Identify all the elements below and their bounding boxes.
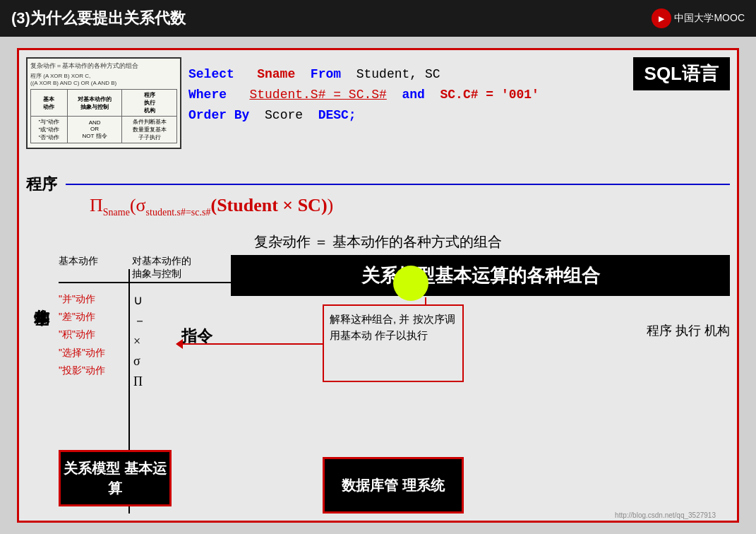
sql-from-keyword: From — [311, 67, 341, 81]
bottom-url: http://blog.csdn.net/qq_3527913 — [615, 511, 716, 519]
diagram-th-3: 程序执行机构 — [122, 90, 177, 117]
mooc-logo-text: 中国大学MOOC — [674, 12, 745, 25]
complex-action: 复杂动作 ＝ 基本动作的各种方式的组合 — [19, 232, 737, 251]
main-box: 复杂动作＝基本动作的各种方式的组合 程序 (A XOR B) XOR C,((A… — [17, 48, 739, 523]
diagram-formula: 程序 (A XOR B) XOR C,((A XOR B) AND C) OR … — [30, 72, 177, 86]
sql-where-keyword: Where — [188, 88, 227, 102]
sql-score: Score — [265, 108, 303, 122]
sql-line1: Select Sname From Student, SC — [188, 64, 539, 85]
sql-code: Select Sname From Student, SC Where Stud… — [188, 64, 539, 125]
basic-actions-section: 基本动作 基本动作 对基本动作的抽象与控制 "并"动作 "差"动作 "积"动作 … — [26, 255, 231, 514]
sql-line2: Where Student.S# = SC.S# and SC.C# = '00… — [188, 85, 539, 105]
sigma-symbol: (σ — [130, 195, 146, 215]
sigma-subscript: student.s#=sc.s# — [146, 207, 211, 218]
mooc-logo: ▶ 中国大学MOOC — [652, 8, 745, 28]
basic-actions-sub: 对基本动作的抽象与控制 — [132, 255, 191, 280]
sql-line3: Order By Score DESC; — [188, 105, 539, 126]
sql-orderby: Order By — [188, 108, 249, 122]
mooc-logo-icon: ▶ — [652, 8, 671, 28]
basic-actions-header: 基本动作 — [59, 255, 98, 268]
sql-label: SQL语言 — [633, 57, 730, 90]
pi-symbol: Π — [90, 195, 103, 215]
bottom-left-box-text: 关系模型 基本运算 — [61, 458, 169, 498]
relation-model-box: 关系模型基本运算的各种组合 — [231, 255, 730, 296]
sql-and-keyword: and — [402, 88, 424, 102]
sql-select-keyword: Select — [188, 67, 234, 81]
diagram-table: 基本动作 对基本动作的抽象与控制 程序执行机构 "与"动作"或"动作"否"动作 … — [30, 89, 177, 143]
diagram-box: 复杂动作＝基本动作的各种方式的组合 程序 (A XOR B) XOR C,((A… — [26, 57, 181, 149]
diagram-td-1: "与"动作"或"动作"否"动作 — [31, 117, 68, 143]
slide-container: (3)为什么要提出关系代数 ▶ 中国大学MOOC 复杂动作＝基本动作的各种方式的… — [0, 0, 756, 534]
action-touying: "投影"动作 — [59, 362, 105, 379]
sql-condition2: SC.C# = '001' — [440, 88, 539, 102]
yellow-dot — [393, 266, 428, 301]
formula-rest: (Student × SC)) — [210, 195, 333, 215]
exec-label: 程序 执行 机构 — [647, 322, 730, 340]
symbol-pi: Π — [133, 372, 146, 392]
action-cha: "差"动作 — [59, 308, 105, 326]
symbol-union: ∪ — [133, 290, 146, 311]
symbol-times: × — [133, 331, 146, 352]
dbms-box: 数据库管 理系统 — [323, 457, 464, 514]
diagram-th-2: 对基本动作的抽象与控制 — [67, 90, 122, 117]
program-divider: 程序 — [26, 174, 730, 195]
diagram-title: 复杂动作＝基本动作的各种方式的组合 — [30, 61, 177, 71]
bottom-left-box: 关系模型 基本运算 — [59, 450, 172, 506]
symbol-minus: － — [133, 311, 146, 331]
sql-section: SQL语言 Select Sname From Student, SC Wher… — [188, 57, 730, 167]
interpret-box: 解释这种组合, 并 按次序调用基本动 作子以执行 — [323, 304, 464, 382]
action-symbols: ∪ － × σ Π — [133, 290, 146, 392]
sql-desc: DESC; — [318, 108, 356, 122]
sql-condition1: Student.S# = SC.S# — [249, 88, 386, 102]
sql-sname: Sname — [257, 67, 295, 81]
sql-from-tables: Student, SC — [356, 67, 440, 81]
interpret-box-text: 解释这种组合, 并 按次序调用基本动 作子以执行 — [330, 313, 455, 341]
exec-label-text: 程序 执行 机构 — [647, 324, 730, 338]
program-label: 程序 — [26, 174, 57, 195]
header-divider — [59, 282, 232, 283]
dbms-box-text: 数据库管 理系统 — [342, 475, 445, 495]
diagram-td-2: ANDORNOT 指令 — [67, 117, 122, 143]
slide-title: (3)为什么要提出关系代数 — [11, 8, 186, 29]
divider-line — [66, 184, 730, 185]
symbol-sigma: σ — [133, 351, 146, 372]
main-content: 复杂动作＝基本动作的各种方式的组合 程序 (A XOR B) XOR C,((A… — [0, 37, 756, 534]
diagram-th-1: 基本动作 — [31, 90, 68, 117]
action-bing: "并"动作 — [59, 290, 105, 308]
top-bar: (3)为什么要提出关系代数 ▶ 中国大学MOOC — [0, 0, 756, 37]
action-xuanze: "选择"动作 — [59, 344, 105, 362]
diagram-td-3: 条件判断基本数量重复基本子子执行 — [122, 117, 177, 143]
math-formula: ΠSname(σstudent.s#=sc.s#(Student × SC)) — [90, 195, 730, 218]
arrow-left-icon — [181, 343, 323, 345]
pi-subscript: Sname — [103, 207, 130, 218]
action-list: "并"动作 "差"动作 "积"动作 "选择"动作 "投影"动作 — [59, 290, 105, 379]
action-ji: "积"动作 — [59, 326, 105, 343]
